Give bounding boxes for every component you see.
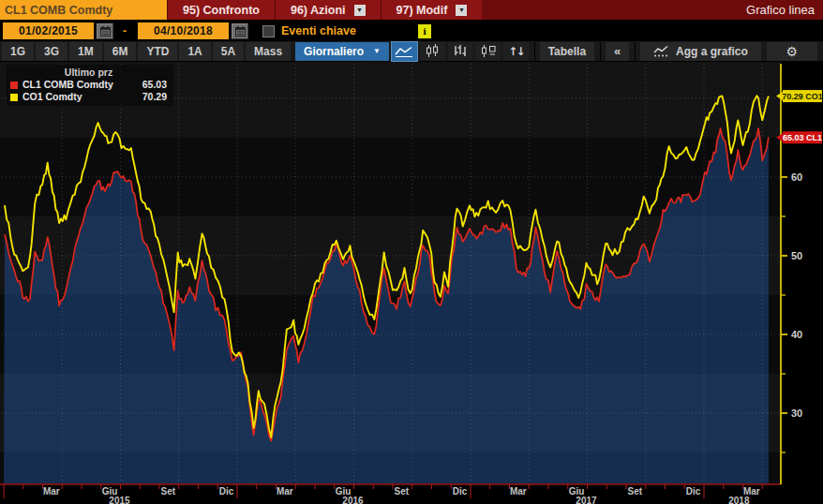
- add-to-chart-label: Agg a grafico: [676, 45, 748, 58]
- collapse-panel-button[interactable]: «: [606, 42, 629, 61]
- ohlc-chart-button[interactable]: [448, 42, 473, 61]
- collapse-icon: «: [614, 44, 621, 58]
- price-chart: MarGiuSetDicMarGiuSetDicMarGiuSetDicMar2…: [0, 62, 823, 504]
- svg-text:Mar: Mar: [277, 486, 293, 497]
- gear-icon: ⚙: [786, 45, 799, 58]
- svg-text:2016: 2016: [342, 496, 364, 504]
- range-button-5a[interactable]: 5A: [213, 42, 244, 61]
- period-dropdown[interactable]: Giornaliero ▼: [295, 42, 389, 61]
- function-title: Grafico linea: [746, 0, 823, 20]
- title-bar: CL1 COMB Comdty 95) Confronto 96) Azioni…: [0, 0, 823, 21]
- range-button-6m[interactable]: 6M: [104, 42, 137, 61]
- range-button-1a[interactable]: 1A: [179, 42, 210, 61]
- svg-text:70.29 CO1: 70.29 CO1: [782, 92, 823, 101]
- line-chart-icon: [394, 45, 414, 58]
- start-calendar-button[interactable]: [97, 23, 113, 39]
- svg-text:30: 30: [791, 408, 802, 419]
- line-chart-type-button[interactable]: [392, 42, 417, 61]
- price-chart-area: MarGiuSetDicMarGiuSetDicMarGiuSetDicMar2…: [0, 62, 823, 504]
- range-button-mass[interactable]: Mass: [246, 42, 291, 61]
- svg-text:Set: Set: [161, 486, 176, 497]
- table-button[interactable]: Tabella: [540, 42, 594, 61]
- chevron-down-icon: ▼: [373, 47, 381, 55]
- svg-text:65.03 CL1: 65.03 CL1: [783, 133, 822, 142]
- menu-confronto-button[interactable]: 95) Confronto: [167, 0, 275, 20]
- svg-text:2015: 2015: [109, 496, 130, 504]
- end-calendar-button[interactable]: [232, 23, 248, 39]
- toolbar-divider: [635, 42, 636, 61]
- key-events-label: Eventi chiave: [281, 24, 356, 37]
- calendar-icon: [100, 26, 111, 37]
- candle-marker-icon: [480, 44, 497, 58]
- date-range-bar: 01/02/2015 - 04/10/2018 Eve: [0, 21, 823, 41]
- svg-text:2017: 2017: [576, 496, 597, 504]
- co1-series-name: CO1 Comdty: [22, 91, 129, 103]
- settings-button[interactable]: ⚙: [767, 42, 817, 61]
- trend-icon: [653, 45, 669, 57]
- svg-text:Set: Set: [395, 486, 410, 497]
- range-button-1g[interactable]: 1G: [2, 42, 34, 61]
- menu-azioni-label: 96) Azioni: [291, 4, 346, 17]
- menu-modif-label: 97) Modif: [397, 4, 448, 17]
- menu-modif-button[interactable]: 97) Modif ▼: [381, 0, 483, 20]
- chevron-down-icon: ▼: [354, 5, 366, 16]
- svg-text:40: 40: [791, 329, 802, 340]
- svg-text:60: 60: [791, 171, 802, 183]
- svg-text:Dic: Dic: [219, 486, 234, 497]
- co1-color-swatch: [10, 94, 18, 101]
- legend-item-cl1: CL1 COMB Comdty 65.03: [10, 79, 167, 91]
- period-dropdown-label: Giornaliero: [304, 45, 364, 58]
- candlestick-chart-button[interactable]: [420, 42, 445, 61]
- end-date-input[interactable]: 04/10/2018: [138, 22, 229, 39]
- co1-last-price: 70.29: [142, 91, 167, 103]
- cl1-color-swatch: [10, 82, 18, 89]
- svg-text:Dic: Dic: [686, 486, 701, 497]
- svg-text:Set: Set: [628, 486, 643, 497]
- toolbar-divider: [600, 42, 601, 61]
- key-events-checkbox[interactable]: [262, 25, 275, 37]
- info-icon[interactable]: i: [418, 24, 431, 38]
- sort-arrows-icon: ↑↓: [508, 45, 523, 58]
- range-button-3g[interactable]: 3G: [36, 42, 67, 61]
- add-to-chart-button[interactable]: Agg a grafico: [640, 42, 761, 61]
- legend-item-co1: CO1 Comdty 70.29: [10, 91, 167, 103]
- svg-text:50: 50: [791, 250, 802, 261]
- range-button-ytd[interactable]: YTD: [138, 42, 177, 61]
- cl1-last-price: 65.03: [142, 79, 167, 91]
- ohlc-bars-icon: [453, 44, 468, 58]
- candlestick-chart-icon: [425, 44, 440, 58]
- security-field[interactable]: CL1 COMB Comdty: [0, 0, 167, 20]
- chart-legend: Ultimo prz CL1 COMB Comdty 65.03 CO1 Com…: [7, 65, 173, 106]
- svg-text:Dic: Dic: [453, 486, 468, 497]
- sort-values-button[interactable]: ↑↓: [503, 42, 529, 61]
- range-button-1m[interactable]: 1M: [69, 42, 102, 61]
- chart-toolbar: 1G 3G 1M 6M YTD 1A 5A Mass Giornaliero ▼: [0, 41, 823, 62]
- candle-marker-chart-button[interactable]: [475, 42, 501, 61]
- calendar-icon: [235, 26, 246, 37]
- toolbar-divider: [534, 42, 535, 61]
- svg-text:Mar: Mar: [510, 486, 527, 497]
- svg-text:2018: 2018: [728, 496, 750, 504]
- date-range-separator: -: [123, 24, 127, 37]
- start-date-input[interactable]: 01/02/2015: [3, 22, 94, 39]
- cl1-series-name: CL1 COMB Comdty: [22, 79, 129, 91]
- menu-confronto-label: 95) Confronto: [183, 4, 260, 17]
- svg-text:Mar: Mar: [43, 486, 60, 497]
- bloomberg-chart-window: CL1 COMB Comdty 95) Confronto 96) Azioni…: [0, 0, 823, 504]
- chevron-down-icon: ▼: [456, 5, 467, 16]
- menu-azioni-button[interactable]: 96) Azioni ▼: [275, 0, 381, 20]
- legend-title: Ultimo prz: [10, 67, 167, 79]
